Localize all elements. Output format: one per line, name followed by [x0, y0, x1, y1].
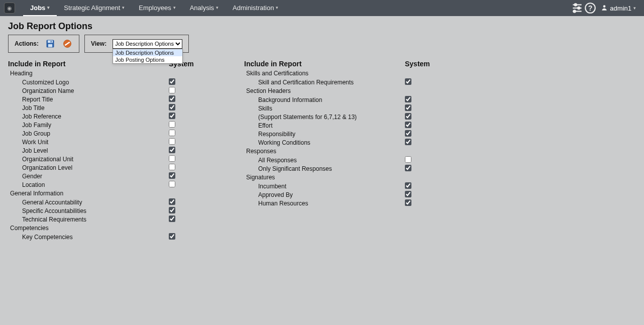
help-icon[interactable]: ?: [584, 2, 597, 15]
option-row: Job Family: [8, 121, 209, 129]
option-row: Human Resources: [244, 199, 445, 207]
option-label: Skill and Certification Requirements: [258, 79, 405, 86]
group-header: Skills and Certifications: [244, 70, 445, 77]
option-row: Work Unit: [8, 138, 209, 146]
option-label: Skills: [258, 105, 405, 112]
option-label: Job Level: [22, 147, 169, 154]
option-row: Technical Requirements: [8, 215, 209, 224]
user-menu[interactable]: admin1 ▾: [597, 4, 640, 13]
nav-label: Strategic Alignment: [64, 4, 120, 12]
chevron-down-icon: ▾: [216, 5, 219, 10]
save-icon[interactable]: [45, 38, 56, 49]
option-checkbox[interactable]: [169, 207, 175, 213]
option-label: Working Conditions: [258, 139, 405, 146]
option-checkbox[interactable]: [169, 138, 175, 145]
option-label: Only Significant Responses: [258, 165, 405, 172]
option-label: Gender: [22, 173, 169, 180]
svg-rect-12: [51, 41, 52, 42]
group-header: Competencies: [8, 225, 209, 232]
option-row: Report Title: [8, 95, 209, 103]
chevron-down-icon: ▾: [122, 5, 125, 10]
option-checkbox[interactable]: [169, 155, 175, 162]
option-checkbox[interactable]: [169, 130, 175, 136]
option-checkbox[interactable]: [169, 164, 175, 170]
option-checkbox[interactable]: [169, 87, 175, 93]
option-checkbox[interactable]: [405, 139, 411, 145]
option-label: Background Information: [258, 96, 405, 103]
option-checkbox[interactable]: [405, 165, 411, 171]
option-label: Responsibility: [258, 131, 405, 138]
col-header-include: Include in Report: [244, 60, 405, 68]
option-label: Effort: [258, 122, 405, 129]
option-row: Job Group: [8, 129, 209, 138]
option-label: Job Reference: [22, 113, 169, 120]
option-checkbox[interactable]: [405, 104, 411, 111]
option-checkbox[interactable]: [169, 113, 175, 119]
nav-item-analysis[interactable]: Analysis▾: [183, 0, 226, 16]
user-name: admin1: [610, 5, 631, 12]
settings-sliders-icon[interactable]: [571, 2, 584, 15]
nav-item-strategic-alignment[interactable]: Strategic Alignment▾: [57, 0, 132, 16]
chevron-down-icon: ▾: [276, 5, 278, 10]
app-logo[interactable]: ◉: [4, 3, 15, 14]
chevron-down-icon: ▾: [173, 5, 176, 10]
option-checkbox[interactable]: [169, 147, 175, 153]
option-label: Specific Accountabilities: [22, 207, 169, 214]
group-header: Section Headers: [244, 87, 445, 94]
nav-label: Employees: [139, 4, 171, 12]
nav-item-administration[interactable]: Administration▾: [226, 0, 285, 16]
option-checkbox[interactable]: [405, 182, 411, 189]
option-label: Job Title: [22, 104, 169, 112]
option-checkbox[interactable]: [405, 130, 411, 137]
option-label: Customized Logo: [22, 79, 169, 86]
option-row: General Accountability: [8, 198, 209, 206]
option-checkbox[interactable]: [405, 96, 411, 102]
option-checkbox[interactable]: [405, 78, 411, 85]
svg-point-3: [578, 7, 580, 9]
option-row: Job Title: [8, 103, 209, 112]
option-label: Key Competencies: [22, 234, 169, 241]
svg-rect-10: [48, 40, 53, 43]
option-row: Specific Accountabilities: [8, 206, 209, 215]
view-option[interactable]: Job Description Options: [113, 49, 182, 56]
svg-point-5: [574, 10, 576, 12]
option-checkbox[interactable]: [169, 121, 175, 128]
option-checkbox[interactable]: [169, 198, 175, 205]
option-checkbox[interactable]: [405, 122, 411, 128]
option-row: Responsibility: [244, 130, 445, 138]
option-row: Effort: [244, 121, 445, 130]
actions-toolbar: Actions:: [8, 35, 79, 53]
option-row: Organization Level: [8, 163, 209, 172]
nav-label: Analysis: [190, 4, 214, 12]
group-header: Responses: [244, 148, 445, 155]
option-label: (Support Statements for 6,7,12 & 13): [258, 114, 405, 121]
svg-rect-11: [48, 44, 52, 47]
option-checkbox[interactable]: [169, 104, 175, 111]
option-row: Key Competencies: [8, 233, 209, 241]
option-row: (Support Statements for 6,7,12 & 13): [244, 113, 445, 121]
option-checkbox[interactable]: [405, 156, 411, 163]
view-select[interactable]: Job Description OptionsJob Posting Optio…: [113, 39, 182, 49]
view-option[interactable]: Job Posting Options: [113, 56, 182, 63]
option-label: Job Group: [22, 130, 169, 137]
option-checkbox[interactable]: [169, 78, 175, 85]
group-header: Signatures: [244, 174, 445, 181]
option-checkbox[interactable]: [405, 199, 411, 206]
option-row: Skill and Certification Requirements: [244, 78, 445, 86]
cancel-icon[interactable]: [62, 38, 73, 49]
option-checkbox[interactable]: [169, 181, 175, 187]
option-checkbox[interactable]: [169, 233, 175, 240]
option-label: Work Unit: [22, 139, 169, 146]
chevron-down-icon: ▾: [47, 5, 50, 10]
nav-item-employees[interactable]: Employees▾: [132, 0, 182, 16]
option-row: All Responses: [244, 156, 445, 164]
option-checkbox[interactable]: [169, 172, 175, 179]
option-checkbox[interactable]: [405, 113, 411, 120]
nav-item-jobs[interactable]: Jobs▾: [23, 0, 57, 16]
group-header: Heading: [8, 70, 209, 77]
nav-label: Administration: [233, 4, 274, 12]
option-checkbox[interactable]: [169, 95, 175, 102]
option-checkbox[interactable]: [169, 215, 175, 222]
option-label: Job Family: [22, 122, 169, 129]
option-checkbox[interactable]: [405, 191, 411, 197]
